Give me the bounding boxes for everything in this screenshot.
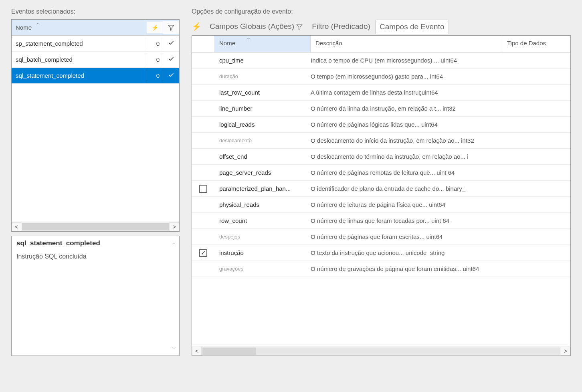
check-icon (168, 40, 174, 46)
field-row[interactable]: last_row_countA última contagem de linha… (192, 85, 570, 101)
scroll-left-button[interactable]: < (12, 222, 21, 231)
field-row[interactable]: physical_readsO número de leituras de pá… (192, 197, 570, 213)
events-grid[interactable]: ︿ Nome ⚡ sp_statement_completed0sql_batc… (11, 19, 180, 232)
field-row[interactable]: instruçãoO texto da instrução que aciono… (192, 245, 570, 261)
check-icon (168, 56, 174, 62)
events-lightning-col-header[interactable]: ⚡ (147, 22, 163, 33)
field-name: duração (214, 70, 311, 83)
event-check (163, 36, 179, 51)
event-name: sql_statement_completed (12, 69, 147, 82)
scrollbar-thumb[interactable] (22, 223, 169, 230)
field-description: O texto da instrução que acionou... unic… (311, 246, 570, 259)
fields-type-col-header[interactable]: Tipo de Dados (502, 36, 570, 52)
events-name-col-label: Nome (16, 24, 32, 31)
fields-hscrollbar[interactable]: < > (192, 346, 570, 356)
config-options-label: Opções de configuração de evento: (192, 8, 571, 15)
event-row[interactable]: sql_statement_completed0 (12, 68, 179, 84)
lightning-icon: ⚡ (152, 24, 158, 31)
field-name: physical_reads (214, 198, 311, 211)
event-check (163, 53, 179, 67)
field-description: O número de leituras de página física qu… (311, 198, 570, 211)
field-row[interactable]: parameterized_plan_han...O identificador… (192, 181, 570, 197)
fields-check-col-header[interactable] (192, 36, 214, 52)
tab-filter-predicate[interactable]: Filtro (Predicado) (308, 20, 374, 33)
event-check (163, 69, 179, 83)
tabs-row: ⚡ Campos Globais (Ações) Filtro (Predica… (192, 19, 571, 34)
field-row[interactable]: despejosO número de páginas que foram es… (192, 229, 570, 245)
events-grid-header: ︿ Nome ⚡ (12, 20, 179, 36)
field-description: O identificador de plano da entrada de c… (311, 182, 570, 195)
scroll-left-button[interactable]: < (192, 347, 202, 356)
check-icon (168, 72, 174, 78)
selected-events-label: Eventos selecionados: (11, 8, 180, 15)
field-checkbox[interactable] (199, 185, 207, 193)
event-detail-panel: ︿ sql_statement_completed Instrução SQL … (11, 236, 180, 356)
field-name: deslocamento (214, 134, 311, 147)
field-name: instrução (214, 246, 311, 259)
field-description: O número de gravações de página que fora… (311, 262, 570, 275)
scroll-up-icon[interactable]: ︿ (172, 239, 177, 247)
event-count: 0 (147, 53, 163, 66)
field-description: O deslocamento do início da instrução, e… (311, 134, 570, 147)
funnel-icon (296, 22, 303, 31)
event-row[interactable]: sp_statement_completed0 (12, 36, 179, 52)
field-name: row_count (214, 214, 311, 227)
field-description: O número de páginas lógicas lidas que...… (311, 118, 570, 131)
field-row[interactable]: page_server_readsO número de páginas rem… (192, 165, 570, 181)
scroll-right-button[interactable]: > (561, 347, 570, 356)
tab-global-fields[interactable]: Campos Globais (Ações) (206, 20, 307, 33)
field-checkbox[interactable] (199, 249, 207, 257)
field-row[interactable]: offset_endO deslocamento do término da i… (192, 149, 570, 165)
field-row[interactable]: row_countO número de linhas que foram to… (192, 213, 570, 229)
field-row[interactable]: duraçãoO tempo (em microssegundos) gasto… (192, 69, 570, 85)
detail-title: sql_statement_completed (16, 239, 174, 247)
events-name-col-header[interactable]: ︿ Nome (12, 21, 147, 34)
field-description: O deslocamento do término da instrução, … (311, 150, 570, 163)
events-filter-col-header[interactable] (163, 21, 179, 34)
events-hscrollbar[interactable]: < > (12, 222, 179, 231)
field-row[interactable]: line_numberO número da linha da instruçã… (192, 101, 570, 117)
field-row[interactable]: cpu_timeIndica o tempo de CPU (em micros… (192, 53, 570, 69)
fields-grid[interactable]: ︿ Nome Descrição Tipo de Dados cpu_timeI… (192, 35, 571, 356)
field-name: cpu_time (214, 54, 311, 67)
field-name: despejos (214, 230, 311, 243)
field-row[interactable]: logical_readsO número de páginas lógicas… (192, 117, 570, 133)
field-name: logical_reads (214, 118, 311, 131)
field-description: Indica o tempo de CPU (em microssegundos… (311, 54, 570, 67)
field-name: gravações (214, 263, 311, 275)
fields-grid-header: ︿ Nome Descrição Tipo de Dados (192, 36, 570, 53)
tab-event-fields[interactable]: Campos de Evento (375, 20, 449, 34)
lightning-icon: ⚡ (192, 22, 202, 31)
field-description: O tempo (em microssegundos) gasto para..… (311, 70, 570, 83)
detail-description: Instrução SQL concluída (16, 253, 174, 260)
field-name: parameterized_plan_han... (214, 182, 311, 195)
field-name: last_row_count (214, 86, 311, 99)
field-name: offset_end (214, 150, 311, 163)
field-name: page_server_reads (214, 166, 311, 179)
field-name: line_number (214, 102, 311, 115)
scroll-down-icon[interactable]: ﹀ (172, 345, 177, 352)
sort-indicator-icon: ︿ (247, 35, 251, 41)
event-count: 0 (147, 37, 163, 50)
field-description: O número de linhas que foram tocadas por… (311, 214, 570, 227)
fields-name-col-header[interactable]: ︿ Nome (214, 36, 311, 52)
scrollbar-thumb[interactable] (202, 348, 256, 355)
scroll-right-button[interactable]: > (170, 222, 179, 231)
event-row[interactable]: sql_batch_completed0 (12, 52, 179, 68)
field-description: O número da linha da instrução, em relaç… (311, 102, 570, 115)
field-description: O número de páginas remotas de leitura q… (311, 166, 570, 179)
event-count: 0 (147, 69, 163, 82)
field-description: A última contagem de linhas desta instru… (311, 86, 570, 99)
event-name: sql_batch_completed (12, 53, 147, 66)
event-name: sp_statement_completed (12, 37, 147, 50)
fields-desc-col-header[interactable]: Descrição (311, 36, 502, 52)
field-description: O número de páginas que foram escritas..… (311, 230, 570, 243)
sort-indicator-icon: ︿ (36, 20, 40, 26)
field-row[interactable]: deslocamentoO deslocamento do início da … (192, 133, 570, 149)
field-row[interactable]: gravaçõesO número de gravações de página… (192, 261, 570, 277)
funnel-icon (168, 24, 175, 31)
